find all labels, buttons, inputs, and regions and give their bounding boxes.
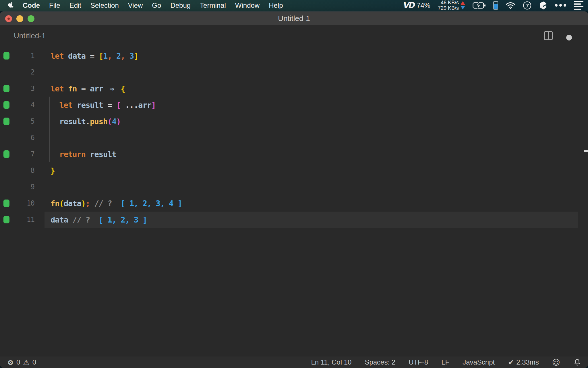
- tab-row: Untitled-1: [0, 25, 588, 46]
- code-line-4[interactable]: 4 let result = [ ...arr]: [0, 97, 588, 113]
- line-number[interactable]: 8: [0, 162, 34, 179]
- close-button[interactable]: [5, 15, 12, 22]
- code-line-10[interactable]: 10fn(data); // ? [ 1, 2, 3, 4 ]: [0, 195, 588, 212]
- vscode-window: Untitled-1 Untitled-1 1let data = [1, 2,…: [0, 12, 588, 368]
- feedback-smiley-icon[interactable]: ☺: [552, 358, 560, 367]
- list-menu-icon[interactable]: [574, 1, 583, 10]
- status-item-spaces-2[interactable]: Spaces: 2: [365, 358, 395, 366]
- code-text: return result: [51, 146, 116, 162]
- network-speed-widget[interactable]: 46 KB/s 729 KB/s: [438, 0, 465, 11]
- code-text: let fn = arr ⇒ {: [51, 80, 125, 97]
- line-number[interactable]: 9: [0, 179, 34, 195]
- code-line-3[interactable]: 3let fn = arr ⇒ {: [0, 80, 588, 97]
- status-bar: ⊗ 0 ⚠ 0 Ln 11, Col 10Spaces: 2UTF-8LFJav…: [0, 356, 588, 368]
- check-icon: ✔: [508, 358, 514, 367]
- device-battery-fill: [494, 4, 498, 9]
- clock-7-icon[interactable]: [523, 1, 531, 10]
- code-text: let result = [ ...arr]: [51, 97, 156, 113]
- status-item-utf-8[interactable]: UTF-8: [409, 358, 428, 366]
- vd-app-icon: VD: [403, 1, 414, 10]
- menu-item-edit[interactable]: Edit: [65, 1, 86, 9]
- battery-charging-icon[interactable]: [473, 2, 486, 9]
- line-number[interactable]: 2: [0, 64, 34, 80]
- menu-item-file[interactable]: File: [45, 1, 65, 9]
- window-title-bar[interactable]: Untitled-1: [0, 12, 588, 25]
- status-item-javascript[interactable]: JavaScript: [463, 358, 495, 366]
- problems-indicator[interactable]: ⊗ 0 ⚠ 0: [7, 358, 36, 367]
- code-line-9[interactable]: 9: [0, 179, 588, 195]
- code-text: result.push(4): [51, 113, 121, 130]
- menu-item-help[interactable]: Help: [264, 1, 287, 9]
- warning-icon: ⚠: [23, 358, 29, 367]
- ellipsis-icon[interactable]: [555, 4, 566, 7]
- indent-guide: [49, 97, 50, 162]
- code-text: fn(data); // ? [ 1, 2, 3, 4 ]: [51, 195, 182, 212]
- perf-time: 2.33ms: [516, 358, 539, 366]
- minimap-border: [578, 46, 578, 356]
- menu-bar: CodeFileEditSelectionViewGoDebugTerminal…: [0, 0, 588, 11]
- device-battery-icon[interactable]: [493, 1, 498, 10]
- window-title: Untitled-1: [278, 14, 310, 23]
- upload-arrow-icon: [461, 1, 465, 5]
- upload-speed: 46 KB/s: [438, 0, 459, 5]
- code-line-5[interactable]: 5 result.push(4): [0, 113, 588, 130]
- zoom-button[interactable]: [28, 15, 34, 22]
- menu-item-go[interactable]: Go: [147, 1, 166, 9]
- notifications-bell-icon[interactable]: [573, 359, 581, 366]
- status-item-lf[interactable]: LF: [441, 358, 449, 366]
- traffic-lights: [5, 12, 34, 26]
- status-bar-right: Ln 11, Col 10Spaces: 2UTF-8LFJavaScript …: [311, 358, 581, 367]
- code-line-6[interactable]: 6: [0, 130, 588, 146]
- line-number[interactable]: 5: [0, 113, 34, 130]
- menu-items: CodeFileEditSelectionViewGoDebugTerminal…: [18, 1, 288, 9]
- code-text: }: [51, 162, 55, 179]
- apple-logo-glyph: [8, 2, 14, 9]
- code-text: data // ? [ 1, 2, 3 ]: [51, 212, 147, 228]
- line-number[interactable]: 7: [0, 146, 34, 162]
- status-item-ln-11-col-10[interactable]: Ln 11, Col 10: [311, 358, 351, 366]
- unsaved-indicator-dot[interactable]: [566, 35, 572, 41]
- menu-item-debug[interactable]: Debug: [166, 1, 195, 9]
- code-line-11[interactable]: 11data // ? [ 1, 2, 3 ]: [0, 212, 588, 228]
- vd-battery-app[interactable]: VD 74%: [403, 1, 430, 10]
- code-line-2[interactable]: 2: [0, 64, 588, 80]
- menu-item-selection[interactable]: Selection: [86, 1, 123, 9]
- warning-count: 0: [32, 358, 36, 366]
- battery-percent-label: 74%: [417, 1, 430, 9]
- status-items: Ln 11, Col 10Spaces: 2UTF-8LFJavaScript: [311, 358, 495, 366]
- menu-item-terminal[interactable]: Terminal: [195, 1, 231, 9]
- download-arrow-icon: [461, 6, 465, 9]
- menu-bar-status-items: VD 74% 46 KB/s 729 KB/s: [403, 0, 583, 11]
- line-number[interactable]: 1: [0, 48, 34, 64]
- overview-ruler-marker: [584, 150, 588, 152]
- menu-item-code[interactable]: Code: [18, 1, 45, 9]
- menu-item-window[interactable]: Window: [231, 1, 264, 9]
- line-number[interactable]: 6: [0, 130, 34, 146]
- wifi-icon[interactable]: [506, 2, 515, 9]
- line-number[interactable]: 11: [0, 212, 34, 228]
- apple-menu-icon[interactable]: [8, 2, 14, 9]
- error-count: 0: [16, 358, 20, 366]
- split-editor-icon[interactable]: [544, 31, 553, 40]
- line-number[interactable]: 10: [0, 195, 34, 212]
- code-line-7[interactable]: 7 return result: [0, 146, 588, 162]
- app-cube-icon[interactable]: [539, 1, 548, 10]
- line-number[interactable]: 4: [0, 97, 34, 113]
- menu-item-view[interactable]: View: [123, 1, 148, 9]
- code-text: let data = [1, 2, 3]: [51, 48, 138, 64]
- code-line-8[interactable]: 8}: [0, 162, 588, 179]
- line-number[interactable]: 3: [0, 80, 34, 97]
- code-area[interactable]: 1let data = [1, 2, 3]23let fn = arr ⇒ {4…: [0, 46, 588, 356]
- download-speed: 729 KB/s: [438, 5, 459, 11]
- tab-untitled-1[interactable]: Untitled-1: [14, 25, 46, 46]
- editor[interactable]: 1let data = [1, 2, 3]23let fn = arr ⇒ {4…: [0, 46, 588, 356]
- code-line-1[interactable]: 1let data = [1, 2, 3]: [0, 48, 588, 64]
- quokka-perf[interactable]: ✔ 2.33ms: [508, 358, 539, 367]
- minimize-button[interactable]: [16, 15, 23, 22]
- error-icon: ⊗: [7, 358, 13, 367]
